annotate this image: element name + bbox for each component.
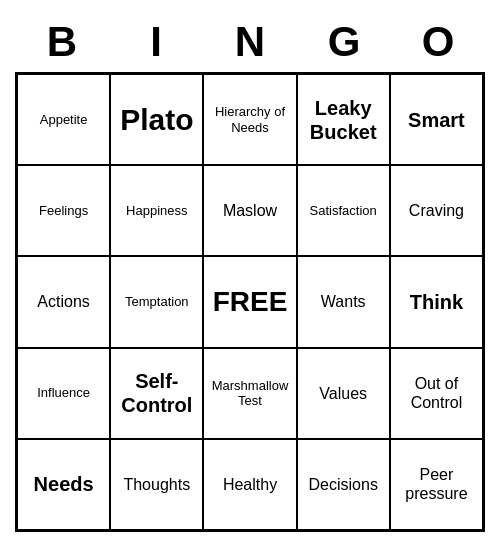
bingo-grid: AppetitePlatoHierarchy of NeedsLeaky Buc…: [15, 72, 485, 532]
cell-2-4: Think: [390, 256, 483, 347]
cell-4-3: Decisions: [297, 439, 390, 530]
cell-text-4-3: Decisions: [309, 475, 378, 494]
cell-text-2-4: Think: [410, 290, 463, 314]
cell-text-1-1: Happiness: [126, 203, 187, 219]
cell-text-2-0: Actions: [37, 292, 89, 311]
cell-text-2-1: Temptation: [125, 294, 189, 310]
cell-1-2: Maslow: [203, 165, 296, 256]
header-letter-B: B: [15, 12, 109, 72]
cell-text-1-3: Satisfaction: [310, 203, 377, 219]
grid-row-3: InfluenceSelf-ControlMarshmallow TestVal…: [17, 348, 483, 439]
cell-text-0-3: Leaky Bucket: [302, 96, 385, 144]
cell-4-1: Thoughts: [110, 439, 203, 530]
cell-text-0-1: Plato: [120, 102, 193, 138]
cell-2-2: FREE: [203, 256, 296, 347]
header-letter-O: O: [391, 12, 485, 72]
cell-3-0: Influence: [17, 348, 110, 439]
grid-row-2: ActionsTemptationFREEWantsThink: [17, 256, 483, 347]
cell-text-0-2: Hierarchy of Needs: [208, 104, 291, 135]
bingo-header: BINGO: [15, 12, 485, 72]
cell-3-4: Out of Control: [390, 348, 483, 439]
cell-text-3-1: Self-Control: [115, 369, 198, 417]
header-letter-I: I: [109, 12, 203, 72]
cell-3-1: Self-Control: [110, 348, 203, 439]
cell-4-4: Peer pressure: [390, 439, 483, 530]
cell-text-4-1: Thoughts: [123, 475, 190, 494]
cell-text-4-0: Needs: [34, 472, 94, 496]
cell-1-0: Feelings: [17, 165, 110, 256]
cell-3-2: Marshmallow Test: [203, 348, 296, 439]
cell-4-0: Needs: [17, 439, 110, 530]
grid-row-4: NeedsThoughtsHealthyDecisionsPeer pressu…: [17, 439, 483, 530]
cell-text-1-4: Craving: [409, 201, 464, 220]
cell-text-0-0: Appetite: [40, 112, 88, 128]
cell-text-0-4: Smart: [408, 108, 465, 132]
header-letter-N: N: [203, 12, 297, 72]
cell-text-3-2: Marshmallow Test: [208, 378, 291, 409]
cell-1-3: Satisfaction: [297, 165, 390, 256]
cell-3-3: Values: [297, 348, 390, 439]
cell-text-2-2: FREE: [213, 285, 288, 319]
cell-text-1-2: Maslow: [223, 201, 277, 220]
grid-row-0: AppetitePlatoHierarchy of NeedsLeaky Buc…: [17, 74, 483, 165]
cell-0-1: Plato: [110, 74, 203, 165]
cell-text-4-4: Peer pressure: [395, 465, 478, 503]
cell-0-0: Appetite: [17, 74, 110, 165]
cell-1-4: Craving: [390, 165, 483, 256]
cell-text-1-0: Feelings: [39, 203, 88, 219]
cell-text-2-3: Wants: [321, 292, 366, 311]
cell-4-2: Healthy: [203, 439, 296, 530]
bingo-card: BINGO AppetitePlatoHierarchy of NeedsLea…: [15, 12, 485, 532]
cell-0-3: Leaky Bucket: [297, 74, 390, 165]
cell-0-2: Hierarchy of Needs: [203, 74, 296, 165]
cell-text-3-0: Influence: [37, 385, 90, 401]
header-letter-G: G: [297, 12, 391, 72]
cell-text-4-2: Healthy: [223, 475, 277, 494]
cell-2-3: Wants: [297, 256, 390, 347]
cell-2-0: Actions: [17, 256, 110, 347]
cell-2-1: Temptation: [110, 256, 203, 347]
cell-1-1: Happiness: [110, 165, 203, 256]
cell-text-3-4: Out of Control: [395, 374, 478, 412]
grid-row-1: FeelingsHappinessMaslowSatisfactionCravi…: [17, 165, 483, 256]
cell-0-4: Smart: [390, 74, 483, 165]
cell-text-3-3: Values: [319, 384, 367, 403]
